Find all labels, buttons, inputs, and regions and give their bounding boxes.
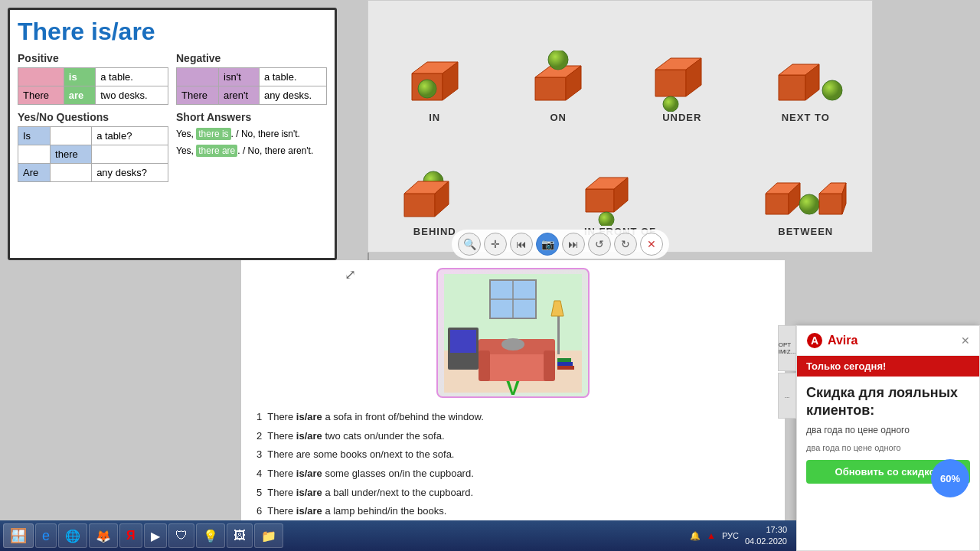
svg-marker-28 <box>819 194 842 214</box>
tray-lang: РУС <box>722 531 739 540</box>
yn-r3c3: any desks? <box>92 164 168 182</box>
prep-between-visual <box>762 165 850 226</box>
taskbar-system-tray: 🔔 ▲ РУС 17:30 04.02.2020 <box>690 524 793 548</box>
chrome-icon: 🌐 <box>65 529 80 543</box>
media-icon: ▶ <box>151 529 160 543</box>
grammar-bottom: Yes/No Questions Is a table? there Are a… <box>18 111 327 182</box>
target-button[interactable]: ✛ <box>484 233 507 256</box>
yn-r1c2 <box>51 127 92 145</box>
prep-behind: BEHIND <box>376 129 494 237</box>
start-icon: 🪟 <box>10 527 27 544</box>
avira-side-btn-2[interactable]: ... <box>778 373 796 419</box>
positive-col: Positive is a table. There are two desks… <box>18 52 168 105</box>
tray-date: 04.02.2020 <box>745 536 787 547</box>
avira-logo: A Avira <box>806 332 858 349</box>
svg-rect-42 <box>450 330 476 353</box>
pos-r2c1: There <box>18 86 64 105</box>
pos-r1c2: is <box>64 68 95 86</box>
grammar-card: There is/are Positive is a table. There … <box>8 8 337 260</box>
svg-point-15 <box>822 80 842 100</box>
neg-r1c2: isn't <box>219 68 260 86</box>
next-button[interactable]: ⏭ <box>562 233 585 256</box>
svg-rect-46 <box>557 366 574 370</box>
tray-network-icon: 🔔 <box>690 531 701 541</box>
taskbar-media[interactable]: ▶ <box>144 523 167 548</box>
avira-note: два года по цене одного <box>806 443 970 452</box>
prep-next-to-label: NEXT TO <box>782 112 830 123</box>
exercise-line-2: 2 There is/are two cats on/under the sof… <box>256 427 769 446</box>
room-image: V <box>436 268 590 398</box>
svg-point-11 <box>663 96 678 112</box>
prepositions-panel: IN ON <box>368 0 873 253</box>
svg-marker-12 <box>779 75 805 100</box>
refresh-button[interactable]: ↻ <box>614 233 637 256</box>
folder-icon: 📁 <box>261 529 276 543</box>
neg-r1c3: a table. <box>259 68 326 86</box>
prep-between: BETWEEN <box>747 129 865 237</box>
exercise-line-6: 6 There is/are a lamp behind/in the book… <box>256 502 769 521</box>
close-button[interactable]: ✕ <box>640 233 663 256</box>
exercise-line-3: 3 There are some books on/next to the so… <box>256 445 769 465</box>
svg-point-3 <box>418 80 436 98</box>
avira-side-btn-1[interactable]: OPTIMIZ... <box>778 325 796 371</box>
neg-r1c1 <box>177 68 219 86</box>
prep-behind-visual <box>397 165 473 226</box>
svg-marker-8 <box>655 70 686 96</box>
svg-point-43 <box>501 338 524 350</box>
taskbar-gallery[interactable]: 🖼 <box>227 523 253 548</box>
zoom-button[interactable]: 🔍 <box>458 233 481 256</box>
yesno-table: Is a table? there Are any desks? <box>18 126 168 182</box>
prep-on-visual <box>520 51 596 112</box>
prep-behind-label: BEHIND <box>413 226 456 237</box>
taskbar-firefox[interactable]: 🦊 <box>89 523 118 548</box>
avira-brand: Avira <box>828 334 858 347</box>
grammar-sections: Positive is a table. There are two desks… <box>18 52 327 105</box>
neg-r2c2: aren't <box>219 86 260 105</box>
short-answers: Yes, there is. / No, there isn't. Yes, t… <box>176 126 327 159</box>
svg-point-27 <box>799 194 819 214</box>
svg-rect-47 <box>557 362 573 366</box>
discount-circle: 60% <box>931 459 969 497</box>
exercise-area: V 1 There is/are a sofa in front of/behi… <box>241 260 785 528</box>
svg-rect-40 <box>544 350 555 381</box>
taskbar-start[interactable]: 🪟 <box>3 523 34 548</box>
svg-point-23 <box>599 212 614 226</box>
short-col: Short Answers Yes, there is. / No, there… <box>176 111 327 182</box>
taskbar-antivirus[interactable]: 🛡 <box>168 523 194 548</box>
prep-next-to-visual <box>763 51 848 112</box>
avira-close-icon[interactable]: ✕ <box>961 334 970 347</box>
yandex-icon: Я <box>126 529 136 543</box>
play-button[interactable]: 📷 <box>536 233 559 256</box>
yn-r1c1: Is <box>18 127 51 145</box>
prep-in-visual <box>397 51 473 112</box>
negative-col: Negative isn't a table. There aren't any… <box>176 52 327 105</box>
prep-under-label: UNDER <box>662 112 701 123</box>
taskbar-spotlight[interactable]: 💡 <box>196 523 225 548</box>
positive-table: is a table. There are two desks. <box>18 67 168 105</box>
yesno-col: Yes/No Questions Is a table? there Are a… <box>18 111 168 182</box>
taskbar-ie[interactable]: e <box>35 523 57 548</box>
ie-icon: e <box>42 528 50 544</box>
prep-in-label: IN <box>429 112 440 123</box>
prev-button[interactable]: ⏮ <box>510 233 533 256</box>
pos-r1c1 <box>18 68 64 86</box>
prep-in-front-of-visual <box>574 165 666 226</box>
taskbar-chrome[interactable]: 🌐 <box>58 523 87 548</box>
negative-table: isn't a table. There aren't any desks. <box>176 67 327 105</box>
prep-in-front-of: IN FRONT OF <box>500 129 741 237</box>
expand-icon[interactable]: ⤢ <box>345 266 363 285</box>
firefox-icon: 🦊 <box>96 529 111 543</box>
grammar-title: There is/are <box>18 18 327 46</box>
prep-between-label: BETWEEN <box>778 226 833 237</box>
taskbar-yandex[interactable]: Я <box>119 523 142 548</box>
highlight-there-are: there are <box>196 145 237 157</box>
media-controls-bar: 🔍 ✛ ⏮ 📷 ⏭ ↺ ↻ ✕ <box>452 230 669 259</box>
tray-clock: 17:30 04.02.2020 <box>745 524 787 548</box>
prep-on-label: ON <box>550 112 567 123</box>
replay-button[interactable]: ↺ <box>588 233 611 256</box>
prep-next-to: NEXT TO <box>747 15 865 123</box>
avira-logo-icon: A <box>806 332 823 349</box>
taskbar-folder[interactable]: 📁 <box>254 523 283 548</box>
yn-r1c3: a table? <box>92 127 168 145</box>
exercise-line-4: 4 There is/are some glasses on/in the cu… <box>256 465 769 484</box>
